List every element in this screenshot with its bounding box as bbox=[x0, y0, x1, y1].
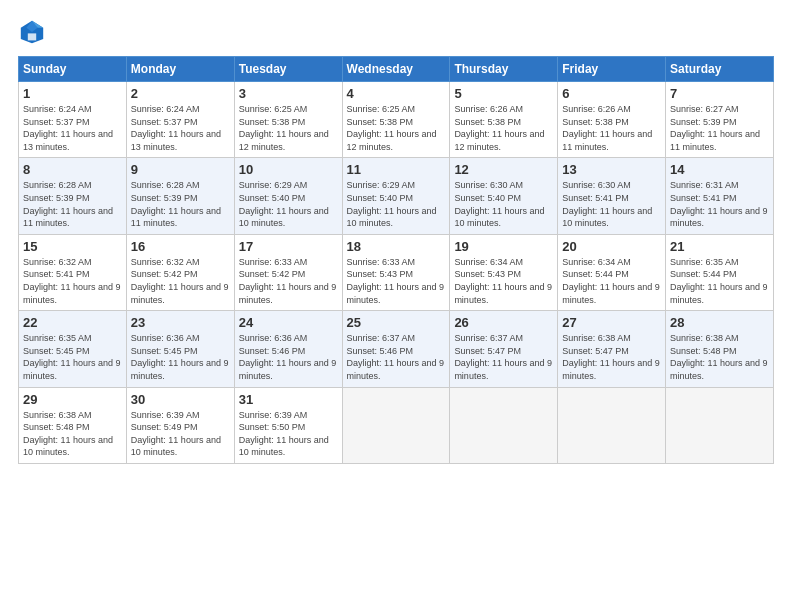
calendar-cell: 23Sunrise: 6:36 AMSunset: 5:45 PMDayligh… bbox=[126, 311, 234, 387]
day-info: Sunrise: 6:32 AMSunset: 5:41 PMDaylight:… bbox=[23, 256, 122, 306]
page: SundayMondayTuesdayWednesdayThursdayFrid… bbox=[0, 0, 792, 474]
calendar-cell: 22Sunrise: 6:35 AMSunset: 5:45 PMDayligh… bbox=[19, 311, 127, 387]
calendar-cell: 16Sunrise: 6:32 AMSunset: 5:42 PMDayligh… bbox=[126, 234, 234, 310]
day-header-monday: Monday bbox=[126, 57, 234, 82]
day-number: 21 bbox=[670, 239, 769, 254]
day-info: Sunrise: 6:25 AMSunset: 5:38 PMDaylight:… bbox=[239, 103, 338, 153]
day-number: 6 bbox=[562, 86, 661, 101]
day-info: Sunrise: 6:39 AMSunset: 5:50 PMDaylight:… bbox=[239, 409, 338, 459]
calendar-cell: 8Sunrise: 6:28 AMSunset: 5:39 PMDaylight… bbox=[19, 158, 127, 234]
day-header-friday: Friday bbox=[558, 57, 666, 82]
day-info: Sunrise: 6:38 AMSunset: 5:47 PMDaylight:… bbox=[562, 332, 661, 382]
day-info: Sunrise: 6:37 AMSunset: 5:47 PMDaylight:… bbox=[454, 332, 553, 382]
day-number: 29 bbox=[23, 392, 122, 407]
calendar-cell: 15Sunrise: 6:32 AMSunset: 5:41 PMDayligh… bbox=[19, 234, 127, 310]
calendar-header-row: SundayMondayTuesdayWednesdayThursdayFrid… bbox=[19, 57, 774, 82]
day-number: 18 bbox=[347, 239, 446, 254]
day-number: 8 bbox=[23, 162, 122, 177]
calendar-cell: 7Sunrise: 6:27 AMSunset: 5:39 PMDaylight… bbox=[666, 82, 774, 158]
day-number: 1 bbox=[23, 86, 122, 101]
day-info: Sunrise: 6:33 AMSunset: 5:42 PMDaylight:… bbox=[239, 256, 338, 306]
day-header-thursday: Thursday bbox=[450, 57, 558, 82]
calendar-cell: 21Sunrise: 6:35 AMSunset: 5:44 PMDayligh… bbox=[666, 234, 774, 310]
day-header-tuesday: Tuesday bbox=[234, 57, 342, 82]
day-info: Sunrise: 6:28 AMSunset: 5:39 PMDaylight:… bbox=[131, 179, 230, 229]
day-number: 31 bbox=[239, 392, 338, 407]
day-info: Sunrise: 6:38 AMSunset: 5:48 PMDaylight:… bbox=[670, 332, 769, 382]
calendar-cell: 2Sunrise: 6:24 AMSunset: 5:37 PMDaylight… bbox=[126, 82, 234, 158]
day-info: Sunrise: 6:28 AMSunset: 5:39 PMDaylight:… bbox=[23, 179, 122, 229]
day-info: Sunrise: 6:37 AMSunset: 5:46 PMDaylight:… bbox=[347, 332, 446, 382]
day-header-sunday: Sunday bbox=[19, 57, 127, 82]
day-info: Sunrise: 6:33 AMSunset: 5:43 PMDaylight:… bbox=[347, 256, 446, 306]
calendar-cell: 19Sunrise: 6:34 AMSunset: 5:43 PMDayligh… bbox=[450, 234, 558, 310]
day-number: 14 bbox=[670, 162, 769, 177]
calendar-week-2: 8Sunrise: 6:28 AMSunset: 5:39 PMDaylight… bbox=[19, 158, 774, 234]
calendar-cell: 9Sunrise: 6:28 AMSunset: 5:39 PMDaylight… bbox=[126, 158, 234, 234]
day-number: 13 bbox=[562, 162, 661, 177]
day-number: 26 bbox=[454, 315, 553, 330]
calendar-cell: 31Sunrise: 6:39 AMSunset: 5:50 PMDayligh… bbox=[234, 387, 342, 463]
calendar-cell: 12Sunrise: 6:30 AMSunset: 5:40 PMDayligh… bbox=[450, 158, 558, 234]
day-number: 7 bbox=[670, 86, 769, 101]
day-info: Sunrise: 6:24 AMSunset: 5:37 PMDaylight:… bbox=[131, 103, 230, 153]
calendar-week-1: 1Sunrise: 6:24 AMSunset: 5:37 PMDaylight… bbox=[19, 82, 774, 158]
calendar-cell bbox=[450, 387, 558, 463]
day-info: Sunrise: 6:34 AMSunset: 5:44 PMDaylight:… bbox=[562, 256, 661, 306]
calendar-cell: 20Sunrise: 6:34 AMSunset: 5:44 PMDayligh… bbox=[558, 234, 666, 310]
logo-icon bbox=[18, 18, 46, 46]
calendar-cell: 24Sunrise: 6:36 AMSunset: 5:46 PMDayligh… bbox=[234, 311, 342, 387]
day-number: 10 bbox=[239, 162, 338, 177]
day-number: 12 bbox=[454, 162, 553, 177]
calendar-cell: 6Sunrise: 6:26 AMSunset: 5:38 PMDaylight… bbox=[558, 82, 666, 158]
day-info: Sunrise: 6:30 AMSunset: 5:41 PMDaylight:… bbox=[562, 179, 661, 229]
calendar-cell bbox=[558, 387, 666, 463]
calendar-week-4: 22Sunrise: 6:35 AMSunset: 5:45 PMDayligh… bbox=[19, 311, 774, 387]
calendar-cell: 30Sunrise: 6:39 AMSunset: 5:49 PMDayligh… bbox=[126, 387, 234, 463]
calendar-cell: 4Sunrise: 6:25 AMSunset: 5:38 PMDaylight… bbox=[342, 82, 450, 158]
calendar-cell: 17Sunrise: 6:33 AMSunset: 5:42 PMDayligh… bbox=[234, 234, 342, 310]
day-info: Sunrise: 6:26 AMSunset: 5:38 PMDaylight:… bbox=[562, 103, 661, 153]
calendar-body: 1Sunrise: 6:24 AMSunset: 5:37 PMDaylight… bbox=[19, 82, 774, 464]
svg-rect-3 bbox=[28, 33, 36, 40]
day-info: Sunrise: 6:36 AMSunset: 5:46 PMDaylight:… bbox=[239, 332, 338, 382]
calendar-cell bbox=[342, 387, 450, 463]
day-number: 2 bbox=[131, 86, 230, 101]
calendar-cell: 11Sunrise: 6:29 AMSunset: 5:40 PMDayligh… bbox=[342, 158, 450, 234]
calendar-cell: 13Sunrise: 6:30 AMSunset: 5:41 PMDayligh… bbox=[558, 158, 666, 234]
calendar-week-3: 15Sunrise: 6:32 AMSunset: 5:41 PMDayligh… bbox=[19, 234, 774, 310]
day-header-saturday: Saturday bbox=[666, 57, 774, 82]
calendar-cell: 28Sunrise: 6:38 AMSunset: 5:48 PMDayligh… bbox=[666, 311, 774, 387]
calendar-table: SundayMondayTuesdayWednesdayThursdayFrid… bbox=[18, 56, 774, 464]
calendar-cell: 29Sunrise: 6:38 AMSunset: 5:48 PMDayligh… bbox=[19, 387, 127, 463]
day-number: 25 bbox=[347, 315, 446, 330]
day-number: 23 bbox=[131, 315, 230, 330]
day-info: Sunrise: 6:38 AMSunset: 5:48 PMDaylight:… bbox=[23, 409, 122, 459]
day-number: 15 bbox=[23, 239, 122, 254]
calendar-cell: 10Sunrise: 6:29 AMSunset: 5:40 PMDayligh… bbox=[234, 158, 342, 234]
day-header-wednesday: Wednesday bbox=[342, 57, 450, 82]
calendar-cell: 18Sunrise: 6:33 AMSunset: 5:43 PMDayligh… bbox=[342, 234, 450, 310]
calendar-cell bbox=[666, 387, 774, 463]
day-number: 4 bbox=[347, 86, 446, 101]
calendar-cell: 14Sunrise: 6:31 AMSunset: 5:41 PMDayligh… bbox=[666, 158, 774, 234]
day-info: Sunrise: 6:26 AMSunset: 5:38 PMDaylight:… bbox=[454, 103, 553, 153]
day-number: 20 bbox=[562, 239, 661, 254]
day-info: Sunrise: 6:29 AMSunset: 5:40 PMDaylight:… bbox=[347, 179, 446, 229]
logo bbox=[18, 18, 50, 46]
day-number: 27 bbox=[562, 315, 661, 330]
calendar-week-5: 29Sunrise: 6:38 AMSunset: 5:48 PMDayligh… bbox=[19, 387, 774, 463]
header bbox=[18, 18, 774, 46]
day-info: Sunrise: 6:39 AMSunset: 5:49 PMDaylight:… bbox=[131, 409, 230, 459]
day-number: 9 bbox=[131, 162, 230, 177]
calendar-cell: 3Sunrise: 6:25 AMSunset: 5:38 PMDaylight… bbox=[234, 82, 342, 158]
calendar-cell: 5Sunrise: 6:26 AMSunset: 5:38 PMDaylight… bbox=[450, 82, 558, 158]
day-info: Sunrise: 6:29 AMSunset: 5:40 PMDaylight:… bbox=[239, 179, 338, 229]
day-number: 24 bbox=[239, 315, 338, 330]
day-info: Sunrise: 6:25 AMSunset: 5:38 PMDaylight:… bbox=[347, 103, 446, 153]
day-number: 3 bbox=[239, 86, 338, 101]
day-number: 19 bbox=[454, 239, 553, 254]
day-info: Sunrise: 6:27 AMSunset: 5:39 PMDaylight:… bbox=[670, 103, 769, 153]
calendar-cell: 1Sunrise: 6:24 AMSunset: 5:37 PMDaylight… bbox=[19, 82, 127, 158]
day-number: 22 bbox=[23, 315, 122, 330]
